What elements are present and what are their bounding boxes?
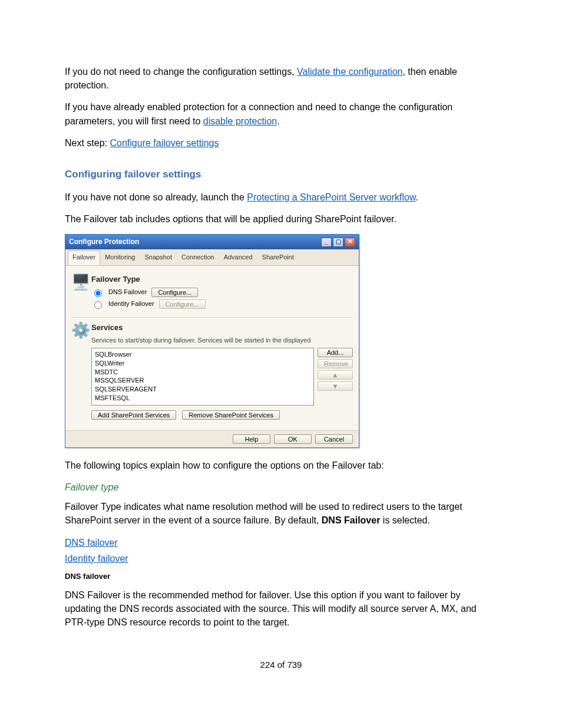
- close-button[interactable]: ✕: [345, 238, 355, 247]
- paragraph: If you have not done so already, launch …: [65, 190, 497, 204]
- text-bold: DNS Failover: [322, 515, 381, 525]
- services-subtitle: Services to start/stop during failover. …: [91, 336, 353, 345]
- paragraph: Failover Type indicates what name resolu…: [65, 500, 497, 527]
- link-configure-failover-settings[interactable]: Configure failover settings: [110, 138, 219, 148]
- minimize-button[interactable]: _: [321, 238, 332, 247]
- section-failover-type: 🖥️ Failover Type DNS Failover Configure.…: [71, 269, 353, 317]
- section-title: Failover Type: [91, 274, 353, 285]
- link-validate-configuration[interactable]: Validate the configuration: [297, 67, 402, 77]
- list-item[interactable]: SQLBrowser: [95, 350, 310, 359]
- add-service-button[interactable]: Add...: [318, 348, 353, 357]
- tab-advanced[interactable]: Advanced: [219, 251, 257, 265]
- services-listbox[interactable]: SQLBrowser SQLWriter MSDTC MSSQLSERVER S…: [91, 348, 314, 406]
- paragraph: DNS Failover is the recommended method f…: [65, 588, 497, 630]
- ok-button[interactable]: OK: [274, 434, 312, 444]
- remove-service-button: Remove: [318, 359, 353, 368]
- list-item[interactable]: MSDTC: [95, 368, 310, 377]
- radio-label: DNS Failover: [108, 288, 147, 297]
- paragraph: If you do not need to change the configu…: [65, 65, 497, 92]
- tab-failover[interactable]: Failover: [68, 251, 100, 265]
- move-down-button: ▼: [318, 381, 353, 391]
- add-sharepoint-services-button[interactable]: Add SharePoint Services: [91, 410, 176, 420]
- text: .: [277, 116, 279, 126]
- link-protecting-sharepoint-workflow[interactable]: Protecting a SharePoint Server workflow: [247, 192, 415, 202]
- paragraph: The following topics explain how to conf…: [65, 459, 497, 472]
- dialog-footer: Help OK Cancel: [65, 430, 359, 447]
- tab-connection[interactable]: Connection: [177, 251, 219, 265]
- help-button[interactable]: Help: [233, 434, 270, 444]
- text: .: [416, 192, 418, 202]
- maximize-button[interactable]: ▢: [333, 238, 343, 247]
- link-dns-failover[interactable]: DNS failover: [65, 538, 118, 548]
- failover-type-icon: 🖥️: [71, 274, 91, 311]
- remove-sharepoint-services-button[interactable]: Remove SharePoint Services: [182, 410, 280, 420]
- radio-label: Identity Failover: [108, 299, 154, 309]
- dialog-title: Configure Protection: [69, 237, 139, 247]
- paragraph-next-step: Next step: Configure failover settings: [65, 136, 497, 150]
- paragraph: If you have already enabled protection f…: [65, 100, 497, 127]
- heading-failover-type: Failover type: [65, 480, 497, 494]
- configure-dns-button[interactable]: Configure...: [151, 288, 198, 297]
- move-up-button: ▲: [318, 370, 353, 380]
- paragraph: The Failover tab includes options that w…: [65, 212, 497, 226]
- heading-configuring-failover-settings: Configuring failover settings: [65, 167, 497, 182]
- link-disable-protection[interactable]: disable protection: [203, 116, 277, 126]
- window-controls: _ ▢ ✕: [321, 238, 355, 247]
- radio-dns-failover[interactable]: [94, 289, 102, 297]
- configure-identity-button: Configure...: [159, 299, 206, 309]
- tab-snapshot[interactable]: Snapshot: [140, 251, 176, 265]
- tab-sharepoint[interactable]: SharePoint: [257, 251, 299, 265]
- text: is selected.: [380, 515, 429, 525]
- page-number: 224 of 739: [65, 658, 497, 671]
- radio-identity-failover[interactable]: [94, 301, 102, 309]
- services-icon: ⚙️: [71, 322, 91, 420]
- section-services: ⚙️ Services Services to start/stop durin…: [71, 317, 353, 426]
- link-identity-failover[interactable]: Identity failover: [65, 554, 128, 564]
- list-item[interactable]: SQLWriter: [95, 359, 310, 368]
- tab-strip: Failover Monitoring Snapshot Connection …: [65, 249, 359, 266]
- text: If you do not need to change the configu…: [65, 67, 297, 77]
- document-content: If you do not need to change the configu…: [65, 65, 497, 671]
- dialog-titlebar: Configure Protection _ ▢ ✕: [65, 235, 359, 249]
- dialog-body: 🖥️ Failover Type DNS Failover Configure.…: [65, 266, 359, 430]
- list-item[interactable]: SQLSERVERAGENT: [95, 385, 310, 394]
- text: Next step:: [65, 138, 110, 148]
- section-title: Services: [91, 322, 353, 334]
- list-item[interactable]: MSFTESQL: [95, 394, 310, 403]
- heading-dns-failover: DNS failover: [65, 571, 497, 582]
- tab-monitoring[interactable]: Monitoring: [100, 251, 140, 265]
- cancel-button[interactable]: Cancel: [315, 434, 353, 444]
- text: If you have not done so already, launch …: [65, 192, 247, 202]
- configure-protection-dialog: Configure Protection _ ▢ ✕ Failover Moni…: [65, 234, 359, 448]
- list-item[interactable]: MSSQLSERVER: [95, 376, 310, 385]
